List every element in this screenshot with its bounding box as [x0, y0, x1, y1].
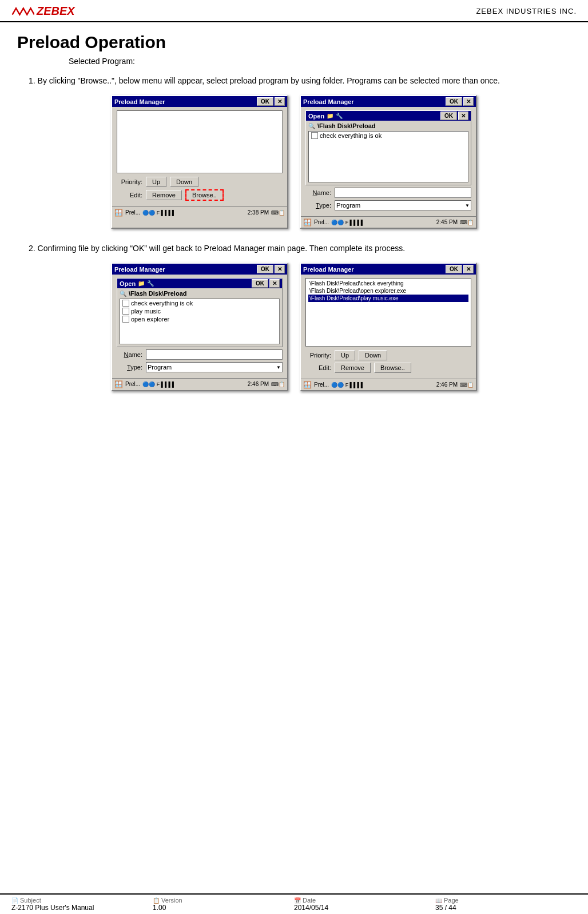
- step1-right-name-row: Name:: [305, 188, 471, 198]
- step1-right-prel[interactable]: Prel...: [314, 219, 329, 225]
- step-2-text: 2. Confirming file by clicking “OK” will…: [29, 243, 571, 255]
- step2-right-item-2[interactable]: \Flash Disk\Preload\open explorer.exe: [308, 287, 468, 295]
- step2-right-ok-btn[interactable]: OK: [446, 265, 462, 273]
- step2-right-browse-btn[interactable]: Browse..: [374, 363, 411, 373]
- step2-left-dropdown-arrow[interactable]: ▼: [276, 365, 281, 370]
- step1-path-row: 🔍 \Flash Disk\Preload: [306, 121, 471, 131]
- logo-text: ZEBEX: [37, 5, 75, 18]
- step2-checkbox-3[interactable]: [122, 316, 129, 323]
- step2-left-name-input[interactable]: [146, 349, 283, 360]
- step1-right-time: 2:45 PM: [436, 219, 458, 225]
- step1-left-up-btn[interactable]: Up: [146, 177, 166, 187]
- step1-checkbox-1[interactable]: [311, 132, 318, 139]
- step-1: 1. By clicking "Browse..", below menu wi…: [17, 75, 571, 229]
- step2-left-name-row: Name:: [117, 349, 283, 360]
- step1-left-ok-btn[interactable]: OK: [257, 97, 273, 106]
- step2-right-priority-label: Priority:: [305, 352, 331, 359]
- step1-right-type-label: Type:: [305, 202, 331, 209]
- step2-right-listbox[interactable]: \Flash Disk\Preload\check everything \Fl…: [305, 278, 471, 347]
- step1-right-name-input[interactable]: [335, 188, 471, 198]
- step1-search-icon: 🔍: [308, 123, 315, 129]
- step2-left-name-label: Name:: [117, 351, 142, 358]
- step1-right-title: Preload Manager: [303, 98, 354, 105]
- step1-right-body: Open 📁 🔧 OK ✕ 🔍 \Flash Disk\Preloa: [301, 107, 476, 216]
- step2-left-type-value: Program: [148, 364, 172, 371]
- step2-left-type-label: Type:: [117, 364, 142, 371]
- step1-file-listbox[interactable]: check everything is ok: [308, 131, 468, 182]
- step2-left-ok-btn[interactable]: OK: [257, 265, 273, 273]
- footer-version-value: 1.00: [153, 904, 294, 912]
- step2-right-item-3[interactable]: \Flash Disk\Preload\play music.exe: [308, 295, 468, 302]
- footer-page-col: 📖 Page 35 / 44: [435, 897, 577, 912]
- step2-right-close-btn[interactable]: ✕: [463, 265, 474, 273]
- step1-left-prel[interactable]: Prel...: [125, 209, 140, 216]
- step1-open-folder-icon: 📁: [327, 113, 333, 119]
- step1-left-listbox[interactable]: [117, 110, 283, 173]
- step2-file-listbox[interactable]: check everything is ok play music open e…: [120, 299, 280, 344]
- step2-left-prel[interactable]: Prel...: [125, 381, 140, 387]
- step1-file-name-1: check everything is ok: [320, 132, 382, 139]
- step2-left-tb-icons2: ⌨📋: [271, 382, 285, 387]
- step2-left-taskbar-icons: 🔵🔵 F ▌▌▌▌: [142, 382, 176, 387]
- step2-left-title: Preload Manager: [114, 266, 165, 273]
- step2-open-close-btn[interactable]: ✕: [269, 279, 280, 288]
- step1-open-ok-btn[interactable]: OK: [440, 112, 457, 120]
- step1-open-close-btn[interactable]: ✕: [458, 112, 468, 120]
- step1-right-type-select[interactable]: Program ▼: [335, 200, 471, 210]
- step-2-number: 2.: [29, 244, 35, 253]
- step1-open-icon2: 🔧: [336, 113, 343, 119]
- step2-left-time: 2:46 PM: [248, 381, 269, 387]
- step2-left-start-icon[interactable]: 🪟: [114, 380, 123, 388]
- step2-file-item-2[interactable]: play music: [120, 307, 279, 315]
- step1-left-remove-btn[interactable]: Remove: [146, 190, 182, 200]
- step2-file-item-3[interactable]: open explorer: [120, 315, 279, 323]
- step1-right-start-icon[interactable]: 🪟: [303, 218, 312, 226]
- step1-left-priority-label: Priority:: [117, 178, 142, 185]
- step1-file-item-1[interactable]: check everything is ok: [309, 132, 468, 140]
- step1-left-down-btn[interactable]: Down: [170, 177, 198, 187]
- company-logo: ZEBEX: [11, 5, 75, 18]
- step2-left-close-btn[interactable]: ✕: [275, 265, 285, 273]
- step2-file-item-1[interactable]: check everything is ok: [120, 299, 279, 307]
- step1-left-start-icon[interactable]: 🪟: [114, 209, 123, 217]
- step2-file-name-1: check everything is ok: [131, 300, 193, 307]
- step1-right-name-label: Name:: [305, 189, 331, 196]
- step2-left-type-select[interactable]: Program ▼: [146, 362, 283, 372]
- step1-right-dropdown-arrow[interactable]: ▼: [465, 203, 470, 208]
- step2-open-icon2: 🔧: [147, 280, 154, 287]
- step-1-screenshots: Preload Manager OK ✕ Priority: Up Down E…: [17, 95, 571, 229]
- step2-right-up-btn[interactable]: Up: [335, 350, 355, 360]
- step1-right-title-btns[interactable]: OK ✕: [446, 97, 474, 106]
- step2-right-start-icon[interactable]: 🪟: [303, 381, 312, 389]
- step2-right-edit-label: Edit:: [305, 364, 331, 371]
- step1-left-browse-btn[interactable]: Browse..: [185, 189, 224, 201]
- step1-right-ok-btn[interactable]: OK: [446, 97, 462, 106]
- step1-left-tb-icons2: ⌨📋: [271, 210, 285, 216]
- footer-date-col: 📅 Date 2014/05/14: [294, 897, 435, 912]
- step2-right-down-btn[interactable]: Down: [359, 350, 387, 360]
- step1-left-title-btns[interactable]: OK ✕: [257, 97, 285, 106]
- step2-left-type-row: Type: Program ▼: [117, 362, 283, 372]
- main-content: Preload Operation Selected Program: 1. B…: [0, 22, 588, 439]
- step2-checkbox-1[interactable]: [122, 300, 129, 307]
- step2-left-title-btns[interactable]: OK ✕: [257, 265, 285, 273]
- step2-right-title-btns[interactable]: OK ✕: [446, 265, 474, 273]
- step2-right-edit-row: Edit: Remove Browse..: [305, 363, 471, 373]
- footer-page-value: 35 / 44: [435, 904, 577, 912]
- step2-right-item-1[interactable]: \Flash Disk\Preload\check everything: [308, 280, 468, 287]
- step2-right-prel[interactable]: Prel...: [314, 382, 329, 388]
- section-label: Selected Program:: [69, 57, 571, 66]
- step1-left-close-btn[interactable]: ✕: [275, 97, 285, 106]
- step2-checkbox-2[interactable]: [122, 308, 129, 315]
- step2-right-remove-btn[interactable]: Remove: [335, 363, 371, 373]
- step2-file-name-3: open explorer: [131, 316, 169, 323]
- step2-left-body: Open 📁 🔧 OK ✕ 🔍 \Flash Disk\Preloa: [112, 275, 287, 378]
- step1-right-type-label-rest: ype:: [319, 202, 331, 209]
- step1-right-tb-icons2: ⌨📋: [460, 220, 474, 225]
- step1-right-taskbar: 🪟 Prel... 🔵🔵 F ▌▌▌▌ 2:45 PM ⌨📋: [301, 216, 476, 228]
- step2-open-ok-btn[interactable]: OK: [252, 279, 268, 288]
- step2-right-priority-row: Priority: Up Down: [305, 350, 471, 360]
- step1-open-label: Open: [308, 113, 324, 120]
- step1-right-close-btn[interactable]: ✕: [463, 97, 474, 106]
- step1-open-titlebar: Open 📁 🔧 OK ✕: [306, 111, 471, 121]
